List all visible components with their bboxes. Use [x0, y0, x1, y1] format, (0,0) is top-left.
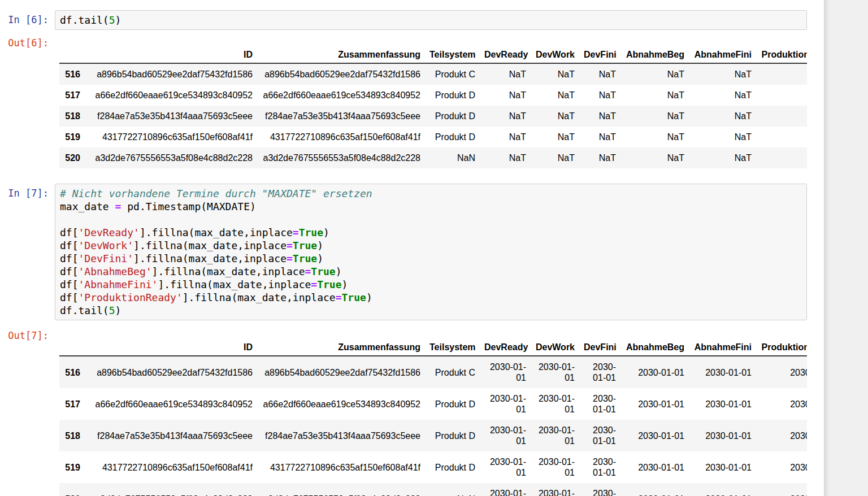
table-cell: a3d2de7675556553a5f08e4c88d2c228 [257, 147, 425, 168]
table-cell: 4317722710896c635af150ef608af41f [85, 451, 257, 483]
output-prompt-6: Out[6]: [0, 37, 55, 50]
table-cell: Produkt D [425, 106, 480, 127]
table-cell: a896b54bad60529ee2daf75432fd1586 [257, 63, 425, 85]
table-cell: NaT [689, 85, 756, 106]
table-cell: NaT [620, 106, 689, 127]
table-cell: 2030-01-01 [756, 483, 807, 496]
table-row: 5194317722710896c635af150ef608af41f43177… [59, 127, 807, 147]
table-cell: 2030-01-01 [756, 356, 807, 388]
table-cell: 2030-01-01 [579, 420, 620, 451]
code-line: df['DevFini'].fillna(max_date,inplace=Tr… [60, 252, 804, 265]
table-cell: 2030-01-01 [689, 356, 756, 388]
table-cell: 2030-01-01 [689, 451, 756, 483]
code-line: df.tail(5) [60, 14, 804, 27]
table-cell: NaT [579, 127, 620, 147]
table-row: 517a66e2df660eaae619ce534893c840952a66e2… [59, 388, 807, 420]
column-header: ProduktionReady [756, 46, 807, 63]
table-cell: NaT [756, 85, 807, 106]
table-cell: NaT [689, 63, 756, 85]
table-cell: NaN [425, 147, 480, 168]
code-cell-in7: In [7]: # Nicht vorhandene Termine durch… [0, 184, 807, 320]
table-cell: NaT [620, 63, 689, 85]
table-cell: 4317722710896c635af150ef608af41f [85, 127, 257, 147]
table-cell: NaT [531, 127, 579, 147]
table-cell: NaT [480, 147, 531, 168]
table-cell: NaT [756, 127, 807, 147]
output-cell-out6: Out[6]: IDZusammenfassungTeilsystemDevRe… [0, 37, 807, 168]
table-cell: 2030-01-01 [579, 388, 620, 420]
column-header: DevWork [531, 339, 579, 356]
table-cell: 2030-01-01 [531, 388, 579, 420]
column-header: AbnahmeFini [689, 46, 756, 63]
table-cell: NaT [689, 147, 756, 168]
table-cell: NaT [756, 147, 807, 168]
column-header: ID [85, 46, 257, 63]
table-cell: NaT [480, 127, 531, 147]
table-cell: 2030-01-01 [756, 388, 807, 420]
column-header: DevReady [480, 339, 531, 356]
code-line: df['DevReady'].fillna(max_date,inplace=T… [60, 226, 804, 239]
code-line: df['ProduktionReady'].fillna(max_date,in… [60, 291, 804, 304]
dataframe-table-out6: IDZusammenfassungTeilsystemDevReadyDevWo… [59, 46, 807, 168]
code-line: df['DevWork'].fillna(max_date,inplace=Tr… [60, 239, 804, 252]
table-cell: Produkt C [425, 63, 480, 85]
table-cell: 2030-01-01 [531, 483, 579, 496]
table-cell: 2030-01-01 [480, 356, 531, 388]
code-text-in7: # Nicht vorhandene Termine durch "MAXDAT… [60, 187, 804, 317]
column-header: DevReady [480, 46, 531, 63]
table-cell: 2030-01-01 [756, 420, 807, 451]
table-cell: 2030-01-01 [480, 483, 531, 496]
table-cell: a66e2df660eaae619ce534893c840952 [85, 85, 257, 106]
code-editor-in6[interactable]: df.tail(5) [55, 10, 807, 30]
column-header: AbnahmeFini [689, 339, 756, 356]
table-cell: 2030-01-01 [531, 356, 579, 388]
code-editor-in7[interactable]: # Nicht vorhandene Termine durch "MAXDAT… [55, 184, 807, 320]
table-cell: a896b54bad60529ee2daf75432fd1586 [85, 63, 257, 85]
table-cell: f284ae7a53e35b413f4aaa75693c5eee [257, 106, 425, 127]
row-index: 519 [59, 451, 85, 483]
table-cell: 2030-01-01 [480, 388, 531, 420]
notebook-content: In [6]: df.tail(5) Out[6]: IDZusammenfas… [0, 0, 807, 496]
table-cell: NaT [579, 85, 620, 106]
code-line: df.tail(5) [60, 304, 804, 317]
table-cell: NaN [425, 483, 480, 496]
table-cell: 2030-01-01 [756, 451, 807, 483]
code-line: df['AbnahmeFini'].fillna(max_date,inplac… [60, 278, 804, 291]
table-cell: a66e2df660eaae619ce534893c840952 [257, 388, 425, 420]
table-cell: a3d2de7675556553a5f08e4c88d2c228 [85, 147, 257, 168]
table-cell: NaT [531, 147, 579, 168]
dataframe-table-out7: IDZusammenfassungTeilsystemDevReadyDevWo… [59, 339, 807, 496]
code-line: df['AbnahmeBeg'].fillna(max_date,inplace… [60, 265, 804, 278]
row-index: 520 [59, 147, 85, 168]
row-index: 518 [59, 106, 85, 127]
table-cell: 2030-01-01 [480, 451, 531, 483]
header-row: IDZusammenfassungTeilsystemDevReadyDevWo… [59, 339, 807, 356]
table-cell: Produkt D [425, 388, 480, 420]
table-row: 520a3d2de7675556553a5f08e4c88d2c228a3d2d… [59, 483, 807, 496]
table-cell: NaT [579, 106, 620, 127]
table-cell: a3d2de7675556553a5f08e4c88d2c228 [85, 483, 257, 496]
table-row: 518f284ae7a53e35b413f4aaa75693c5eeef284a… [59, 420, 807, 451]
input-prompt-6: In [6]: [0, 10, 55, 27]
table-cell: NaT [689, 106, 756, 127]
header-row: IDZusammenfassungTeilsystemDevReadyDevWo… [59, 46, 807, 63]
table-cell: 2030-01-01 [620, 356, 689, 388]
column-header: Teilsystem [425, 339, 480, 356]
column-header: Zusammenfassung [257, 46, 425, 63]
column-header [59, 46, 85, 63]
scrollbar-track[interactable] [824, 0, 868, 496]
table-cell: NaT [620, 85, 689, 106]
table-cell: 2030-01-01 [620, 483, 689, 496]
row-index: 519 [59, 127, 85, 147]
output-area-6: IDZusammenfassungTeilsystemDevReadyDevWo… [55, 37, 807, 168]
table-cell: f284ae7a53e35b413f4aaa75693c5eee [85, 106, 257, 127]
output-prompt-7: Out[7]: [0, 329, 55, 342]
column-header: Teilsystem [425, 46, 480, 63]
table-cell: NaT [579, 63, 620, 85]
code-line: # Nicht vorhandene Termine durch "MAXDAT… [60, 187, 804, 200]
table-cell: f284ae7a53e35b413f4aaa75693c5eee [257, 420, 425, 451]
table-cell: NaT [480, 63, 531, 85]
column-header: AbnahmeBeg [620, 46, 689, 63]
row-index: 516 [59, 356, 85, 388]
column-header [59, 339, 85, 356]
